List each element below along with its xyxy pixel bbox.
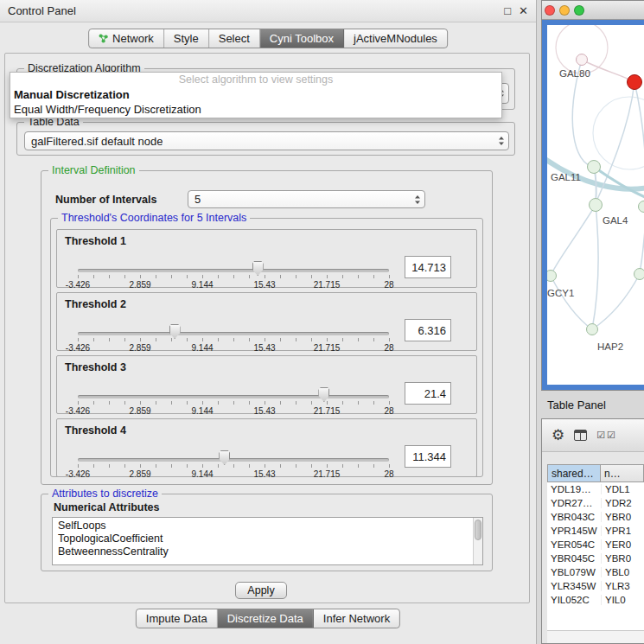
scrollbar-thumb[interactable]: [475, 520, 481, 540]
main-panel: Discretization Algorithm Select algorith…: [4, 53, 530, 603]
tab-infer-network[interactable]: Infer Network: [314, 609, 399, 628]
close-window-icon[interactable]: ✕: [519, 4, 528, 17]
table-data-combo[interactable]: galFiltered.sif default node: [24, 131, 509, 150]
table-row[interactable]: YLR345WYLR3: [547, 579, 644, 593]
zoom-traffic-light-icon[interactable]: [574, 5, 584, 16]
slider-thumb[interactable]: [219, 450, 230, 465]
tab-cyni-toolbox[interactable]: Cyni Toolbox: [260, 29, 344, 48]
cell-shared-name: YBL079W: [547, 567, 601, 577]
slider-track[interactable]: [78, 269, 389, 272]
network-node[interactable]: [627, 74, 642, 90]
network-frame: GAL80GAL11GAL4GCY1HAP2: [542, 20, 644, 390]
checkbox-icons[interactable]: ☑☑: [596, 430, 617, 441]
cell-name: YBR0: [601, 553, 644, 564]
tab-jactivemnodules[interactable]: jActiveMNodules: [344, 29, 447, 48]
popup-placeholder-text: Select algorithm to view settings: [10, 73, 501, 87]
table-row[interactable]: YDR27…YDR2: [547, 496, 644, 510]
table-row[interactable]: YBL079WYBL0: [547, 565, 644, 579]
network-node[interactable]: [576, 54, 588, 66]
scale-label: 2.859: [129, 469, 150, 479]
threshold-label: Threshold 3: [65, 361, 126, 373]
top-tab-bar: NetworkStyleSelectCyni ToolboxjActiveMNo…: [88, 29, 448, 48]
threshold-panel: Threshold 4 -3.4262.8599.14415.4321.7152…: [56, 418, 477, 477]
scale-label: 28: [384, 280, 393, 290]
threshold-value-field[interactable]: 14.713: [405, 256, 451, 278]
slider-scale: -3.4262.8599.14415.4321.71528: [78, 406, 389, 416]
slider-thumb[interactable]: [169, 324, 181, 339]
tab-select[interactable]: Select: [209, 29, 260, 48]
algorithm-option[interactable]: Manual Discretization: [10, 87, 501, 102]
scale-label: 15.43: [253, 343, 275, 353]
control-panel-window: Control Panel □ ✕ NetworkStyleSelectCyni…: [0, 0, 537, 644]
slider-thumb[interactable]: [252, 261, 264, 276]
scale-label: 21.715: [314, 406, 341, 416]
tab-label: Style: [174, 32, 199, 45]
network-icon: [99, 34, 108, 43]
network-node[interactable]: [638, 201, 644, 213]
slider-thumb[interactable]: [318, 387, 329, 402]
column-header[interactable]: shared…: [547, 464, 601, 482]
combo-arrows-icon: [498, 136, 505, 146]
table-row[interactable]: YBR043CYBR0: [547, 510, 644, 524]
tab-discretize-data[interactable]: Discretize Data: [218, 609, 314, 628]
minimize-traffic-light-icon[interactable]: [559, 5, 570, 16]
network-node[interactable]: [589, 198, 603, 212]
column-header[interactable]: n…: [601, 464, 644, 482]
threshold-slider[interactable]: -3.4262.8599.14415.4321.71528: [78, 450, 389, 478]
attribute-item[interactable]: SelfLoops: [58, 520, 482, 532]
float-window-icon[interactable]: □: [504, 4, 511, 17]
algorithm-option[interactable]: Equal Width/Frequency Discretization: [10, 102, 501, 117]
scale-label: 2.859: [129, 406, 150, 416]
cell-name: YDR2: [601, 498, 644, 508]
scale-label: 21.715: [314, 343, 341, 353]
threshold-panel: Threshold 1 -3.4262.8599.14415.4321.7152…: [56, 229, 477, 288]
threshold-value-field[interactable]: 11.344: [405, 445, 451, 468]
network-window-titlebar[interactable]: [542, 1, 644, 20]
scale-label: 15.43: [253, 280, 275, 290]
cell-shared-name: YDR27…: [547, 498, 601, 508]
control-panel-titlebar: Control Panel □ ✕: [0, 0, 536, 22]
cell-shared-name: YBR045C: [547, 553, 601, 564]
attributes-group-label: Attributes to discretize: [48, 488, 162, 500]
threshold-value-field[interactable]: 21.4: [405, 382, 451, 405]
network-node[interactable]: [586, 323, 598, 335]
tab-label: jActiveMNodules: [354, 32, 437, 45]
table-row[interactable]: YBR045CYBR0: [547, 552, 644, 565]
horizontal-scrollbar[interactable]: [547, 630, 644, 643]
network-node[interactable]: [634, 268, 644, 280]
attributes-scrollbar[interactable]: [473, 518, 482, 564]
attributes-list[interactable]: SelfLoopsTopologicalCoefficientBetweenne…: [52, 517, 483, 565]
table-row[interactable]: YIL052CYIL0: [547, 593, 644, 607]
threshold-value-field[interactable]: 6.316: [405, 319, 451, 341]
table-data-combo-value: galFiltered.sif default node: [31, 135, 163, 148]
threshold-slider[interactable]: -3.4262.8599.14415.4321.71528: [78, 324, 389, 352]
table-row[interactable]: YER054CYER0: [547, 538, 644, 552]
apply-button[interactable]: Apply: [235, 582, 287, 599]
threshold-label: Threshold 2: [65, 298, 126, 310]
tab-impute-data[interactable]: Impute Data: [137, 609, 218, 628]
slider-track[interactable]: [78, 332, 389, 335]
slider-track[interactable]: [78, 458, 389, 462]
network-canvas[interactable]: GAL80GAL11GAL4GCY1HAP2: [547, 25, 644, 385]
network-node-label: GAL80: [559, 68, 590, 79]
attribute-item[interactable]: TopologicalCoefficient: [58, 532, 482, 545]
gear-icon[interactable]: ⚙: [552, 428, 564, 443]
scale-label: 28: [384, 343, 393, 353]
table-header-row: shared…n…: [547, 464, 644, 482]
slider-track[interactable]: [78, 395, 389, 399]
num-intervals-combo[interactable]: 5: [188, 190, 425, 208]
cell-name: YBR0: [601, 512, 644, 522]
columns-icon[interactable]: [574, 430, 587, 441]
attribute-item[interactable]: BetweennessCentrality: [58, 545, 482, 558]
network-node[interactable]: [587, 160, 601, 174]
table-row[interactable]: YDL19…YDL1: [547, 482, 644, 496]
close-traffic-light-icon[interactable]: [545, 5, 555, 16]
threshold-slider[interactable]: -3.4262.8599.14415.4321.71528: [78, 387, 389, 415]
table-panel-window: ⚙ ☑☑ shared…n… YDL19…YDL1YDR27…YDR2YBR04…: [541, 418, 644, 644]
tab-style[interactable]: Style: [164, 29, 209, 48]
threshold-slider[interactable]: -3.4262.8599.14415.4321.71528: [78, 261, 389, 289]
table-toolbar: ⚙ ☑☑: [542, 419, 644, 452]
slider-ticks: [78, 464, 390, 468]
tab-network[interactable]: Network: [89, 29, 164, 48]
table-row[interactable]: YPR145WYPR1: [547, 524, 644, 538]
